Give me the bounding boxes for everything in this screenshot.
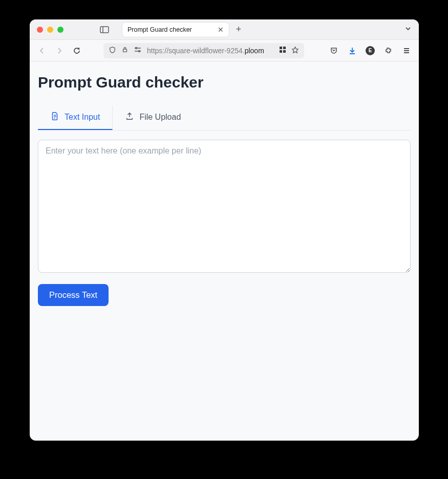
extensions-icon[interactable] [383,46,393,56]
tabs-dropdown-icon[interactable] [404,25,412,34]
extension-badge[interactable]: E [366,46,375,55]
svg-rect-0 [100,27,109,33]
titlebar: Prompt Guard checker ✕ + [30,19,419,40]
forward-button[interactable] [54,46,65,56]
maximize-window-button[interactable] [57,27,63,33]
page-title: Prompt Guard checker [38,74,411,91]
bookmark-star-icon[interactable] [291,46,299,55]
tab-label: Text Input [65,113,100,122]
downloads-icon[interactable] [347,46,357,56]
titlebar-right [404,25,412,34]
url-text: https://square-wildflower-9254.ploom [147,47,274,55]
tab-text-input[interactable]: Text Input [38,105,113,130]
page-content: Prompt Guard checker Text Input [30,61,419,318]
svg-rect-12 [283,50,286,53]
back-button[interactable] [37,46,47,56]
svg-rect-2 [123,49,127,52]
svg-rect-10 [283,47,286,49]
textarea-container [38,140,411,275]
svg-point-3 [136,48,137,49]
close-window-button[interactable] [37,27,43,33]
text-input[interactable] [38,140,411,273]
lock-icon[interactable] [121,46,129,55]
toolbar-right: E [329,46,412,56]
tab-strip: Prompt Guard checker ✕ + [122,22,400,37]
new-tab-button[interactable]: + [232,24,245,36]
browser-tab[interactable]: Prompt Guard checker ✕ [122,22,229,37]
permissions-icon[interactable] [134,46,142,55]
upload-icon [125,112,134,123]
close-tab-icon[interactable]: ✕ [218,26,224,33]
sidebar-toggle-icon[interactable] [98,25,111,35]
document-icon [50,112,59,123]
menu-icon[interactable] [401,46,412,56]
shield-icon[interactable] [109,46,116,55]
tab-file-upload[interactable]: File Upload [113,105,193,130]
tab-label: File Upload [139,113,181,122]
url-prefix: https://square-wildflower-9254. [147,47,245,55]
svg-rect-9 [280,47,282,49]
toolbar: https://square-wildflower-9254.ploom [30,40,419,61]
reader-mode-icon[interactable] [279,46,286,55]
url-domain: ploom [245,47,264,55]
browser-tab-title: Prompt Guard checker [127,26,214,33]
browser-window: Prompt Guard checker ✕ + [30,19,419,441]
reload-button[interactable] [72,46,82,56]
svg-point-6 [139,51,140,52]
minimize-window-button[interactable] [47,27,53,33]
svg-marker-13 [292,47,298,52]
process-text-button[interactable]: Process Text [38,284,109,306]
tabs: Text Input File Upload [38,105,411,130]
extension-badge-label: E [369,48,372,53]
svg-rect-11 [280,50,282,53]
window-controls [37,27,63,33]
url-bar[interactable]: https://square-wildflower-9254.ploom [103,43,304,58]
pocket-icon[interactable] [329,46,339,56]
